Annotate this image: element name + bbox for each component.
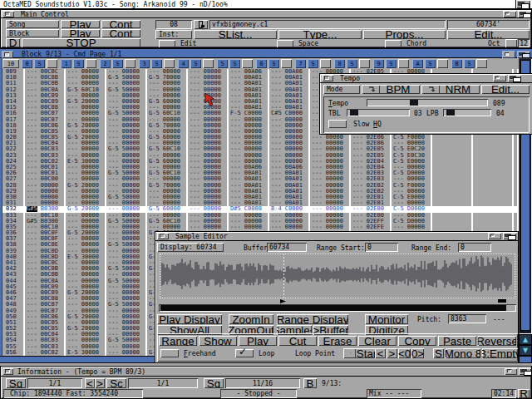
note-cell-r022-t8[interactable]: --- 02E05 xyxy=(351,146,392,152)
note-cell-r051-t2[interactable]: --- 00000 xyxy=(106,320,147,326)
note-cell-r022-t11[interactable] xyxy=(473,146,514,152)
note-cell-r020-t2[interactable]: --- 00000 xyxy=(106,135,147,140)
loop-nav--button[interactable]: > xyxy=(387,348,397,358)
note-cell-r026-t0[interactable]: --- 00C01 xyxy=(25,170,66,176)
note-cell-r018-t6[interactable]: --- 00000 xyxy=(269,123,310,129)
note-cell-r050-t1[interactable]: G-5 20000 xyxy=(66,314,106,320)
note-cell-r016-t5[interactable]: F-5 C0000 xyxy=(229,111,269,116)
note-cell-r020-t5[interactable]: --- 00000 xyxy=(229,135,269,140)
note-cell-r031-t1[interactable]: --- 00000 xyxy=(66,200,106,206)
note-cell-r024-t0[interactable]: --- 00C02 xyxy=(25,159,66,165)
note-cell-r025-t1[interactable]: --- 00000 xyxy=(66,165,106,170)
buffer-field[interactable]: 60734 xyxy=(267,243,307,252)
note-cell-r034-t7[interactable]: --- 00000 xyxy=(310,219,351,224)
seq-prev-button[interactable]: < xyxy=(85,378,95,388)
note-cell-r018-t1[interactable]: G-5 20000 xyxy=(66,123,106,129)
note-cell-r023-t0[interactable]: --- 00C03 xyxy=(25,153,66,159)
note-cell-r030-t11[interactable] xyxy=(473,195,514,200)
note-cell-r013-t0[interactable]: --- 00C09 xyxy=(25,93,66,99)
reset-time-button[interactable]: R xyxy=(518,389,530,398)
note-cell-r033-t4[interactable]: --- 00000 xyxy=(188,213,229,219)
loop-nav-0-button[interactable]: <0 xyxy=(398,348,411,358)
note-cell-r033-t8[interactable]: --- 02E00 xyxy=(351,213,392,219)
loop-point-marker[interactable] xyxy=(280,299,286,303)
note-cell-r034-t4[interactable]: --- 00000 xyxy=(188,219,229,224)
note-cell-r019-t6[interactable]: --- 00000 xyxy=(269,129,310,135)
note-cell-r033-t0[interactable]: --- 00C10 xyxy=(25,213,66,219)
note-cell-r019-t2[interactable]: --- 00000 xyxy=(106,129,147,135)
loop-nav-0-button[interactable]: 0> xyxy=(411,348,424,358)
note-cell-r020-t4[interactable]: --- 00000 xyxy=(188,135,229,140)
note-cell-r027-t9[interactable]: --- 00000 xyxy=(392,176,432,182)
note-cell-r033-t5[interactable]: --- 00000 xyxy=(229,213,269,219)
note-cell-r029-t9[interactable]: --- 00000 xyxy=(392,189,432,195)
buffer-empty-button[interactable]: B:Empty xyxy=(482,348,518,358)
note-cell-r036-t0[interactable]: --- 00C0F xyxy=(25,230,66,236)
note-cell-r017-t0[interactable]: --- 00C07 xyxy=(25,117,66,123)
note-cell-r025-t10[interactable] xyxy=(432,165,473,170)
note-cell-r021-t8[interactable]: --- 02E06 xyxy=(351,140,392,146)
tempo-slider-knob[interactable] xyxy=(410,100,418,106)
note-cell-r020-t8[interactable]: --- 02E06 xyxy=(351,135,392,140)
note-cell-r016-t4[interactable]: --- 00000 xyxy=(188,111,229,116)
note-cell-r011-t5[interactable]: --- 00A01 xyxy=(229,81,269,86)
note-cell-r035-t4[interactable]: --- 00000 xyxy=(188,224,229,230)
note-cell-r055-t2[interactable]: --- 00000 xyxy=(106,344,147,350)
note-cell-r025-t4[interactable]: --- 00000 xyxy=(188,165,229,170)
note-cell-r026-t9[interactable]: C-5 D0000 xyxy=(392,170,432,176)
note-cell-r019-t3[interactable]: --- 00000 xyxy=(147,129,188,135)
note-cell-r029-t8[interactable]: --- 02E02 xyxy=(351,189,392,195)
scroll-up-button[interactable]: ▲ xyxy=(519,334,532,345)
note-cell-r010-t0[interactable]: --- 00C0B xyxy=(25,75,66,81)
note-cell-r034-t8[interactable]: --- 02EFF xyxy=(351,219,392,224)
note-cell-r029-t10[interactable] xyxy=(432,189,473,195)
note-cell-r028-t9[interactable]: C-5 F0000 xyxy=(392,183,432,189)
song-play-button[interactable]: Play xyxy=(61,20,100,28)
note-cell-r009-t1[interactable]: --- 00000 xyxy=(66,69,106,75)
note-cell-r030-t7[interactable]: --- 00000 xyxy=(310,195,351,200)
note-cell-r016-t2[interactable]: G-5 50000 xyxy=(106,111,147,116)
edit-button[interactable]: Edit... xyxy=(447,30,530,39)
note-cell-r027-t1[interactable]: --- 00000 xyxy=(66,176,106,182)
note-cell-r053-t1[interactable]: --- 00000 xyxy=(66,332,106,337)
track-4-button[interactable]: 4 xyxy=(178,59,189,68)
note-cell-r025-t7[interactable]: --- 00000 xyxy=(310,165,351,170)
depth-gadget[interactable] xyxy=(503,233,516,239)
track-7-solo-button[interactable]: S xyxy=(308,59,318,68)
note-cell-r033-t7[interactable]: --- 00000 xyxy=(310,213,351,219)
note-cell-r043-t0[interactable]: --- 00C0B xyxy=(25,272,66,278)
note-cell-r022-t0[interactable]: --- 00C03 xyxy=(25,146,66,152)
note-cell-r024-t6[interactable]: --- 00000 xyxy=(269,159,310,165)
note-cell-r029-t7[interactable]: --- 00000 xyxy=(310,189,351,195)
note-cell-r031-t4[interactable]: --- 00000 xyxy=(188,200,229,206)
note-cell-r045-t1[interactable]: --- 00000 xyxy=(66,284,106,290)
note-cell-r033-t1[interactable]: --- 00000 xyxy=(66,213,106,219)
note-cell-r026-t2[interactable]: G-5 50000 xyxy=(106,170,147,176)
note-cell-r024-t7[interactable]: --- 00000 xyxy=(310,159,351,165)
note-cell-r011-t2[interactable]: --- 00000 xyxy=(106,81,147,86)
note-cell-r025-t11[interactable] xyxy=(473,165,514,170)
sample-editor-titlebar[interactable]: Sample Editor xyxy=(155,232,518,241)
note-cell-r030-t4[interactable]: --- 00000 xyxy=(188,195,229,200)
note-cell-r027-t3[interactable]: --- 00000 xyxy=(147,176,188,182)
note-cell-r032-t11[interactable] xyxy=(473,206,514,212)
note-cell-r009-t6[interactable]: --- 00A06 xyxy=(269,69,310,75)
track-9-solo-button[interactable]: S xyxy=(386,59,397,68)
note-cell-r014-t5[interactable]: --- 00A01 xyxy=(229,99,269,105)
note-cell-r047-t2[interactable]: --- 00000 xyxy=(106,296,147,302)
zoom-gadget[interactable] xyxy=(503,11,516,17)
note-cell-r021-t2[interactable]: --- 00000 xyxy=(106,140,147,146)
note-cell-r035-t10[interactable] xyxy=(432,224,473,230)
note-cell-r044-t0[interactable]: --- 00C0A xyxy=(25,278,66,284)
note-cell-r020-t6[interactable]: --- 00000 xyxy=(269,135,310,140)
note-cell-r017-t5[interactable]: --- 00000 xyxy=(229,117,269,123)
note-cell-r032-t6[interactable]: B-4 C0000 xyxy=(269,206,310,212)
track-B-solo-button[interactable]: S xyxy=(464,59,475,68)
note-cell-r021-t3[interactable]: --- 00000 xyxy=(147,140,188,146)
note-cell-r034-t1[interactable]: --- 00000 xyxy=(66,219,106,224)
note-cell-r035-t2[interactable]: --- 00000 xyxy=(106,224,147,230)
props-button[interactable]: Props... xyxy=(363,30,446,39)
note-cell-r029-t2[interactable]: --- 00000 xyxy=(106,189,147,195)
note-cell-r027-t6[interactable]: --- 00A01 xyxy=(269,176,310,182)
close-gadget[interactable] xyxy=(2,51,13,58)
